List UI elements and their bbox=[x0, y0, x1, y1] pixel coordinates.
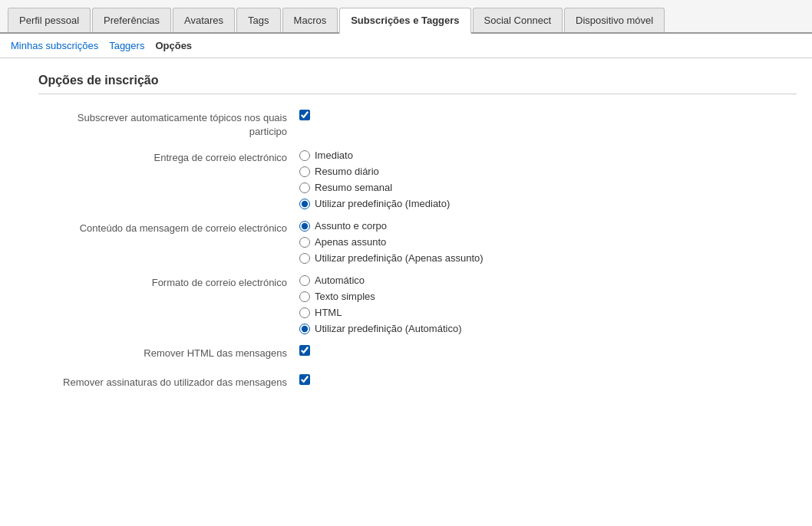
remove-signatures-control bbox=[299, 374, 310, 385]
radio-html[interactable] bbox=[299, 307, 310, 318]
label-apenas-assunto: Apenas assunto bbox=[315, 236, 386, 248]
radio-texto-simples[interactable] bbox=[299, 291, 310, 302]
remove-html-row: Remover HTML das mensagens bbox=[38, 345, 797, 363]
tabs-bar: Perfil pessoal Preferências Avatares Tag… bbox=[0, 0, 812, 34]
label-automatico: Automático bbox=[315, 275, 365, 286]
email-format-label: Formato de correio electrónico bbox=[38, 275, 299, 290]
radio-apenas-assunto[interactable] bbox=[299, 237, 310, 248]
email-format-row: Formato de correio electrónico Automátic… bbox=[38, 275, 797, 334]
auto-subscribe-row: Subscrever automaticamente tópicos nos q… bbox=[38, 110, 797, 139]
subnav-taggers[interactable]: Taggers bbox=[109, 40, 144, 51]
tab-dispositivo[interactable]: Dispositivo móvel bbox=[564, 8, 665, 32]
section-title: Opções de inscrição bbox=[38, 74, 797, 87]
remove-html-label: Remover HTML das mensagens bbox=[38, 345, 299, 360]
tab-subscricoes[interactable]: Subscrições e Taggers bbox=[339, 8, 470, 34]
label-resumo-semanal: Resumo semanal bbox=[315, 182, 392, 193]
email-content-label: Conteúdo da mensagem de correio electrón… bbox=[38, 220, 299, 235]
tab-avatares[interactable]: Avatares bbox=[173, 8, 235, 32]
subnav-opcoes: Opções bbox=[155, 40, 192, 51]
label-html: HTML bbox=[315, 307, 342, 318]
remove-signatures-label: Remover assinaturas do utilizador das me… bbox=[38, 374, 299, 390]
tab-social[interactable]: Social Connect bbox=[473, 8, 563, 32]
auto-subscribe-label: Subscrever automaticamente tópicos nos q… bbox=[38, 110, 299, 139]
tab-perfil[interactable]: Perfil pessoal bbox=[8, 8, 91, 32]
radio-assunto-corpo[interactable] bbox=[299, 221, 310, 232]
tab-tags[interactable]: Tags bbox=[236, 8, 280, 32]
section-divider bbox=[38, 94, 797, 94]
label-imediato: Imediato bbox=[315, 150, 353, 161]
radio-automatico[interactable] bbox=[299, 275, 310, 286]
email-delivery-label: Entrega de correio electrónico bbox=[38, 150, 299, 165]
email-delivery-row: Entrega de correio electrónico Imediato … bbox=[38, 150, 797, 209]
label-texto-simples: Texto simples bbox=[315, 291, 375, 302]
remove-signatures-checkbox[interactable] bbox=[299, 374, 310, 385]
radio-utilizar-predef-imediato[interactable] bbox=[299, 199, 310, 209]
remove-html-checkbox[interactable] bbox=[299, 345, 310, 356]
subnav-minhas[interactable]: Minhas subscrições bbox=[11, 40, 98, 51]
email-format-control: Automático Texto simples HTML Utilizar p… bbox=[299, 275, 461, 334]
radio-utilizar-predef-apenas-assunto[interactable] bbox=[299, 253, 310, 264]
radio-utilizar-predef-automatico[interactable] bbox=[299, 324, 310, 334]
label-utilizar-predef-apenas-assunto: Utilizar predefinição (Apenas assunto) bbox=[315, 252, 484, 264]
tab-macros[interactable]: Macros bbox=[282, 8, 338, 32]
remove-html-control bbox=[299, 345, 310, 356]
auto-subscribe-control bbox=[299, 110, 310, 120]
label-resumo-diario: Resumo diário bbox=[315, 166, 379, 177]
email-content-control: Assunto e corpo Apenas assunto Utilizar … bbox=[299, 220, 484, 264]
radio-resumo-diario[interactable] bbox=[299, 166, 310, 177]
radio-imediato[interactable] bbox=[299, 150, 310, 161]
remove-signatures-row: Remover assinaturas do utilizador das me… bbox=[38, 374, 797, 393]
tab-preferencias[interactable]: Preferências bbox=[92, 8, 171, 32]
email-delivery-control: Imediato Resumo diário Resumo semanal Ut… bbox=[299, 150, 450, 209]
email-content-row: Conteúdo da mensagem de correio electrón… bbox=[38, 220, 797, 264]
main-content: Opções de inscrição Subscrever automatic… bbox=[0, 58, 812, 419]
label-utilizar-predef-imediato: Utilizar predefinição (Imediato) bbox=[315, 198, 450, 209]
radio-resumo-semanal[interactable] bbox=[299, 182, 310, 193]
sub-nav: Minhas subscrições Taggers Opções bbox=[0, 34, 812, 58]
auto-subscribe-checkbox[interactable] bbox=[299, 110, 310, 120]
label-utilizar-predef-automatico: Utilizar predefinição (Automático) bbox=[315, 323, 461, 334]
label-assunto-corpo: Assunto e corpo bbox=[315, 220, 387, 232]
